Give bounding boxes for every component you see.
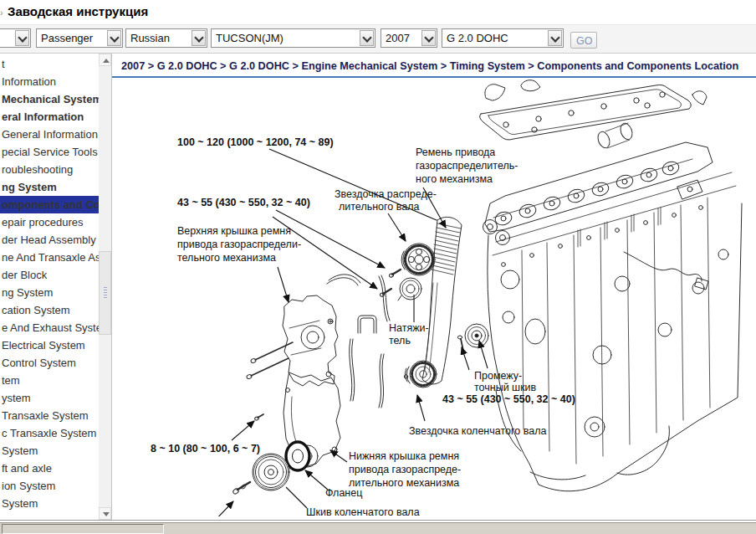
breadcrumb: 2007 > G 2.0 DOHC > G 2.0 DOHC > Engine … [121, 60, 756, 72]
region-select[interactable] [0, 28, 31, 48]
scroll-up-button[interactable] [99, 54, 111, 66]
chevron-down-icon[interactable] [548, 30, 562, 46]
year-select[interactable]: 2007 [381, 28, 437, 48]
cam-sprocket-label: лительного вала [339, 201, 420, 213]
sidebar-item-selected[interactable]: omponents and Co [0, 196, 99, 213]
crank-pulley-bolt-drawing [232, 482, 250, 495]
scroll-up-icon [103, 59, 110, 63]
breadcrumb-arrow-icon: › [0, 8, 3, 18]
flange-label: Фланец [325, 487, 362, 499]
upper-cover-label: привода газораспредели- [177, 239, 301, 250]
nav-tree: t Information Mechanical System eral Inf… [0, 55, 99, 512]
sidebar-item[interactable]: der Head Assembly [0, 231, 99, 249]
sidebar-item[interactable]: Information [0, 73, 99, 90]
language-select[interactable]: Russian [125, 28, 207, 48]
sidebar-item[interactable]: e And Exhaust Syste [0, 319, 99, 336]
lower-cover-label: лительного механизма [349, 477, 459, 489]
crank-pulley-label: Шкив коленчатого вала [306, 506, 420, 516]
chevron-down-icon[interactable] [360, 30, 374, 46]
sidebar-item[interactable]: pecial Service Tools [0, 143, 99, 161]
app-window: › Заводская инструкция Passenger Russian… [0, 0, 756, 534]
idler-label: Промежу- [474, 370, 522, 382]
sidebar-item[interactable]: Transaxle System [0, 407, 99, 424]
sidebar-item[interactable]: t [0, 55, 99, 73]
navigation-sidebar: t Information Mechanical System eral Inf… [0, 54, 99, 520]
belt-label: Ремень привода [416, 146, 495, 158]
sidebar-item[interactable]: roubleshooting [0, 161, 99, 178]
upper-timing-cover-drawing [246, 295, 338, 386]
sidebar-item[interactable]: ft and axle [0, 460, 99, 477]
sidebar-item[interactable]: General Information [0, 126, 99, 143]
torque-crank-bolt-label: 8 ~ 10 (80 ~ 100, 6 ~ 7) [151, 443, 260, 454]
belt-label: ного механизма [416, 173, 493, 185]
page-title: Заводская инструкция [8, 4, 148, 18]
crank-pulley-drawing [253, 454, 289, 490]
sidebar-item[interactable]: System [0, 442, 99, 460]
crank-sprocket-label: Звездочка коленчатого вала [409, 425, 546, 437]
timing-system-diagram: 100 ~ 120 (1000 ~ 1200, 74 ~ 89) Ремень … [112, 78, 751, 516]
torque-idler-label: 43 ~ 55 (430 ~ 550, 32 ~ 40) [442, 393, 575, 405]
sidebar-item[interactable]: ng System [0, 178, 99, 196]
scroll-down-button[interactable] [99, 507, 111, 520]
engine-select[interactable]: G 2.0 DOHC [442, 28, 564, 48]
sidebar-item[interactable]: c Transaxle System [0, 424, 99, 442]
belt-label: газораспределитель- [416, 160, 518, 172]
main-panel: 2007 > G 2.0 DOHC > G 2.0 DOHC > Engine … [111, 54, 756, 520]
tensioner-drawing [398, 278, 421, 300]
status-bar-panel [2, 524, 164, 534]
tensioner-label: Натяжи- [389, 322, 429, 334]
sidebar-item[interactable]: ne And Transaxle As [0, 249, 99, 266]
idler-label: точный шкив [474, 382, 537, 393]
timing-belt-drawing [422, 217, 462, 384]
upper-cover-label: тельного механизма [177, 252, 276, 264]
sidebar-item[interactable]: ng System [0, 284, 99, 301]
content-area: t Information Mechanical System eral Inf… [0, 54, 756, 521]
crank-bolt-small-drawing [254, 414, 263, 421]
go-button[interactable]: GO [570, 32, 597, 49]
scroll-down-icon [103, 512, 110, 516]
cam-sprocket-label: Звездочка распреде- [335, 188, 437, 200]
chevron-down-icon[interactable] [15, 30, 29, 46]
crankshaft-sprocket-drawing [404, 361, 437, 388]
sidebar-item[interactable]: epair procedures [0, 213, 99, 231]
scrollbar-thumb[interactable] [99, 251, 111, 335]
sidebar-item[interactable]: eral Information [0, 108, 99, 126]
sidebar-item[interactable]: ion System [0, 477, 99, 495]
sidebar-item[interactable]: der Block [0, 266, 99, 284]
lower-cover-label: привода газораспреде- [349, 464, 461, 475]
model-select[interactable]: TUCSON(JM) [211, 28, 375, 48]
idler-pulley-drawing [457, 324, 488, 351]
sidebar-item[interactable]: Mechanical System [0, 90, 99, 108]
flange-drawing [286, 442, 309, 470]
upper-cover-label: Верхняя крышка ремня [177, 225, 291, 237]
chevron-down-icon[interactable] [192, 30, 206, 46]
chevron-down-icon[interactable] [107, 30, 121, 46]
torque-tensioner-label: 43 ~ 55 (430 ~ 550, 32 ~ 40) [177, 197, 310, 208]
sidebar-item[interactable]: Control System [0, 354, 99, 372]
tensioner-label: тель [389, 335, 411, 347]
sidebar-item[interactable]: Electrical System [0, 336, 99, 354]
sidebar-item[interactable]: System [0, 495, 99, 512]
camshaft-sprocket-drawing [401, 244, 435, 275]
vehicle-type-select[interactable]: Passenger [36, 28, 123, 48]
diagram-labels: 100 ~ 120 (1000 ~ 1200, 74 ~ 89) Ремень … [151, 136, 575, 516]
title-bar: › Заводская инструкция [0, 0, 756, 24]
sidebar-scrollbar[interactable] [99, 54, 111, 520]
torque-cam-label: 100 ~ 120 (1000 ~ 1200, 74 ~ 89) [177, 136, 334, 148]
chevron-down-icon[interactable] [421, 30, 436, 46]
toolbar: Passenger Russian TUCSON(JM) 2007 G 2.0 … [0, 24, 756, 54]
lower-cover-label: Нижняя крышка ремня [349, 450, 459, 462]
sidebar-item[interactable]: cation System [0, 301, 99, 319]
sidebar-item[interactable]: tem [0, 372, 99, 389]
valve-cover-gasket-drawing [480, 80, 707, 140]
sidebar-item[interactable]: ystem [0, 389, 99, 407]
status-bar [0, 522, 756, 534]
